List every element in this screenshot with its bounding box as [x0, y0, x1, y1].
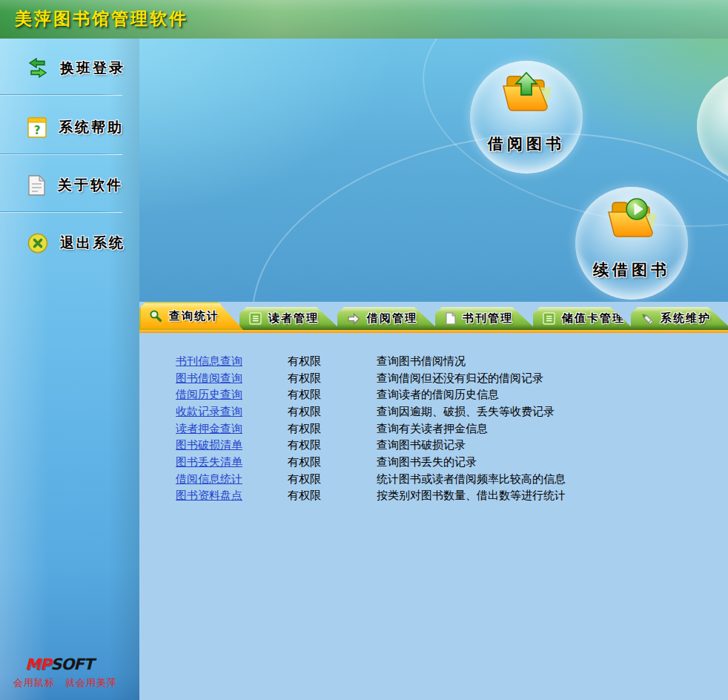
table-row: 图书借阅查询 有权限 查询借阅但还没有归还的借阅记录	[139, 370, 728, 387]
swap-arrows-icon	[27, 57, 49, 79]
sidebar-item-about[interactable]: 关于软件	[0, 165, 139, 206]
help-notepad-icon: ?	[27, 116, 47, 139]
bubble-label: 借阅图书	[470, 133, 583, 154]
bubble-label: 续借图书	[575, 260, 688, 280]
table-row: 借阅信息统计 有权限 统计图书或读者借阅频率比较高的信息	[139, 471, 728, 488]
tab-label: 读者管理	[268, 311, 319, 326]
table-row: 图书资料盘点 有权限 按类别对图书数量、借出数等进行统计	[139, 488, 728, 505]
sidebar-divider	[0, 211, 122, 213]
sidebar-item-label: 系统帮助	[59, 118, 124, 137]
description-cell: 查询有关读者押金信息	[377, 422, 728, 436]
link-book-inventory[interactable]: 图书资料盘点	[176, 489, 288, 503]
permission-cell: 有权限	[288, 388, 377, 402]
exit-icon	[27, 232, 49, 254]
tab-label: 书刊管理	[463, 311, 513, 326]
permission-cell: 有权限	[288, 455, 377, 469]
slogan-text: 会用鼠标 就会用美萍	[13, 676, 117, 690]
table-row: 书刊信息查询 有权限 查询图书借阅情况	[139, 353, 728, 370]
folder-borrow-icon	[497, 70, 556, 119]
sidebar-item-label: 换班登录	[60, 59, 125, 78]
tab-label: 储值卡管理	[562, 311, 625, 326]
description-cell: 查询读者的借阅历史信息	[377, 388, 728, 402]
table-row: 借阅历史查询 有权限 查询读者的借阅历史信息	[139, 386, 728, 403]
folder-renew-icon	[602, 196, 661, 245]
sidebar-divider	[0, 153, 122, 155]
description-cell: 按类别对图书数量、借出数等进行统计	[377, 489, 728, 503]
sidebar-item-shift-login[interactable]: 换班登录	[0, 47, 139, 89]
tab-label: 查询统计	[169, 309, 219, 323]
permission-cell: 有权限	[288, 372, 377, 386]
table-row: 图书破损清单 有权限 查询图书破损记录	[139, 437, 728, 454]
description-cell: 查询图书丢失的记录	[377, 455, 728, 469]
description-cell: 查询图书借阅情况	[377, 354, 728, 369]
sidebar-divider	[0, 94, 122, 96]
tab-bar: 查询统计 读者管理 借阅管理	[139, 302, 728, 330]
sidebar-item-exit[interactable]: 退出系统	[0, 222, 139, 264]
permission-cell: 有权限	[288, 354, 377, 369]
tab-label: 借阅管理	[367, 311, 417, 326]
link-lost-books-list[interactable]: 图书丢失清单	[176, 455, 288, 469]
permission-cell: 有权限	[288, 489, 377, 503]
table-row: 读者押金查询 有权限 查询有关读者押金信息	[139, 420, 728, 438]
sidebar: 换班登录 ? 系统帮助	[0, 39, 139, 700]
borrow-books-button[interactable]: 借阅图书	[470, 61, 583, 174]
table-row: 图书丢失清单 有权限 查询图书丢失的记录	[139, 454, 728, 471]
title-bar: 美萍图书馆管理软件	[0, 0, 728, 39]
tab-reader-management[interactable]: 读者管理	[239, 307, 341, 330]
magnifier-icon	[149, 309, 162, 323]
arrow-right-icon	[347, 313, 360, 325]
tab-query-statistics[interactable]: 查询统计	[139, 302, 243, 330]
app-title: 美萍图书馆管理软件	[15, 7, 188, 30]
document-icon	[27, 174, 47, 197]
sidebar-item-label: 退出系统	[60, 234, 125, 253]
permission-cell: 有权限	[288, 405, 377, 419]
description-cell: 查询图书破损记录	[377, 438, 728, 452]
brush-icon	[641, 312, 654, 326]
description-cell: 查询借阅但还没有归还的借阅记录	[377, 372, 728, 386]
app-window: 美萍图书馆管理软件 换班登录 ? 系统帮助	[0, 0, 728, 700]
tab-label: 系统维护	[661, 311, 711, 326]
link-book-borrow-query[interactable]: 图书借阅查询	[176, 372, 288, 386]
permission-cell: 有权限	[288, 422, 377, 436]
content-panel: 书刊信息查询 有权限 查询图书借阅情况 图书借阅查询 有权限 查询借阅但还没有归…	[139, 333, 728, 700]
link-borrow-history-query[interactable]: 借阅历史查询	[176, 388, 288, 402]
link-damaged-books-list[interactable]: 图书破损清单	[176, 438, 288, 452]
tab-system-maintenance[interactable]: 系统维护	[631, 307, 728, 330]
permission-cell: 有权限	[288, 472, 377, 486]
link-payment-records-query[interactable]: 收款记录查询	[176, 405, 288, 419]
permission-cell: 有权限	[288, 438, 377, 452]
logo-mp: MP	[25, 656, 50, 673]
tab-stored-value-card[interactable]: 储值卡管理	[533, 307, 635, 330]
query-links-table: 书刊信息查询 有权限 查询图书借阅情况 图书借阅查询 有权限 查询借阅但还没有归…	[139, 333, 728, 504]
page-icon	[445, 312, 456, 325]
table-row: 收款记录查询 有权限 查询因逾期、破损、丢失等收费记录	[139, 403, 728, 420]
renew-books-button[interactable]: 续借图书	[575, 187, 688, 300]
svg-text:?: ?	[34, 124, 41, 137]
link-reader-deposit-query[interactable]: 读者押金查询	[176, 422, 288, 436]
link-book-info-query[interactable]: 书刊信息查询	[176, 354, 288, 369]
description-cell: 查询因逾期、破损、丢失等收费记录	[377, 405, 728, 419]
tab-borrow-management[interactable]: 借阅管理	[337, 307, 439, 330]
mpsoft-logo: MPSOFT	[25, 656, 93, 673]
card-list-icon	[543, 312, 555, 325]
reader-list-icon	[249, 312, 262, 325]
tab-book-management[interactable]: 书刊管理	[435, 307, 537, 330]
logo-soft: SOFT	[50, 656, 93, 673]
sidebar-item-label: 关于软件	[58, 176, 123, 195]
sidebar-item-system-help[interactable]: ? 系统帮助	[0, 107, 139, 148]
description-cell: 统计图书或读者借阅频率比较高的信息	[377, 472, 728, 486]
hero-area: 借阅图书 续借图书	[139, 39, 728, 302]
link-borrow-info-statistics[interactable]: 借阅信息统计	[176, 472, 288, 486]
